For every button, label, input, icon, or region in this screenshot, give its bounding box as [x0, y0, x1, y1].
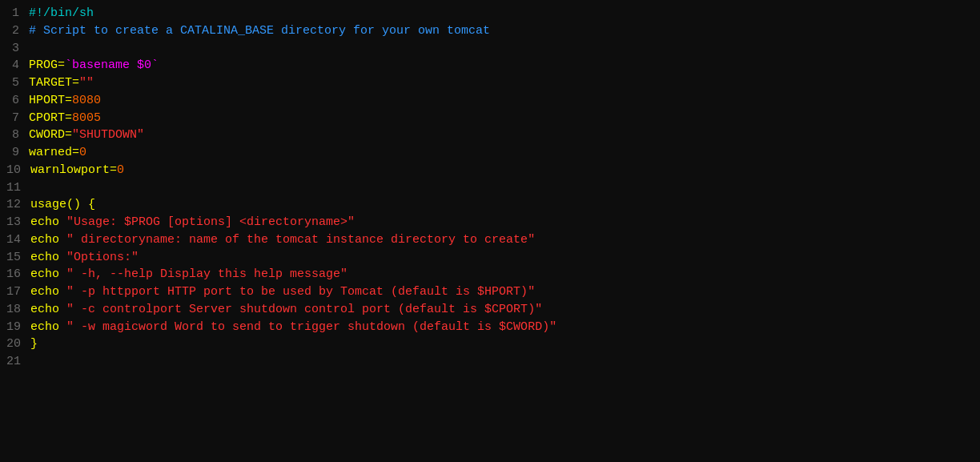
token: #!/bin/sh [29, 6, 94, 20]
token: " -c controlport Server shutdown control… [66, 303, 542, 316]
token: 0 [79, 146, 86, 159]
token: "" [79, 76, 94, 90]
token: PROG= [29, 58, 65, 72]
token: warned= [29, 146, 79, 159]
line-number: 7 [0, 110, 29, 127]
token: " -p httpport HTTP port to be used by To… [66, 285, 535, 299]
code-line: 8CWORD="SHUTDOWN" [0, 127, 980, 144]
code-line: 9warned=0 [0, 144, 980, 162]
code-line: 13 echo "Usage: $PROG [options] <directo… [0, 214, 980, 231]
line-number: 21 [0, 353, 30, 371]
token: TARGET= [29, 76, 79, 90]
code-line: 19 echo " -w magicword Word to send to t… [0, 319, 980, 336]
line-number: 16 [0, 266, 30, 283]
line-number: 8 [0, 127, 29, 144]
line-number: 2 [0, 22, 29, 40]
code-line: 2# Script to create a CATALINA_BASE dire… [0, 22, 980, 40]
code-line: 11 [0, 179, 980, 197]
line-number: 15 [0, 249, 30, 267]
line-content: HPORT=8080 [29, 92, 980, 110]
code-line: 4PROG=`basename $0` [0, 57, 980, 74]
token: warnlowport= [30, 163, 117, 177]
token: " -h, --help Display this help message" [66, 267, 347, 281]
line-number: 19 [0, 319, 30, 336]
token: usage [30, 198, 66, 211]
line-number: 13 [0, 214, 30, 231]
code-line: 10warnlowport=0 [0, 162, 980, 179]
line-number: 17 [0, 283, 30, 301]
token: " directoryname: name of the tomcat inst… [66, 233, 535, 247]
token: " -w magicword Word to send to trigger s… [66, 320, 556, 334]
line-content [30, 353, 980, 371]
line-number: 14 [0, 231, 30, 249]
line-number: 20 [0, 335, 30, 353]
token: CATALINA_BASE [180, 24, 274, 38]
token: "SHUTDOWN" [72, 128, 144, 142]
line-content: CWORD="SHUTDOWN" [29, 127, 980, 144]
code-line: 17 echo " -p httpport HTTP port to be us… [0, 283, 980, 301]
line-number: 12 [0, 196, 30, 214]
token: echo [30, 320, 66, 334]
line-content: echo " directoryname: name of the tomcat… [30, 231, 980, 249]
line-content: TARGET="" [29, 74, 980, 92]
token: echo [30, 251, 66, 264]
line-number: 5 [0, 74, 29, 92]
token: echo [30, 215, 66, 229]
line-content: echo " -h, --help Display this help mess… [30, 266, 980, 283]
line-content: echo " -w magicword Word to send to trig… [30, 319, 980, 336]
code-line: 1#!/bin/sh [0, 5, 980, 22]
token: } [30, 337, 38, 351]
code-line: 15 echo "Options:" [0, 249, 980, 267]
line-number: 1 [0, 5, 29, 22]
line-content: # Script to create a CATALINA_BASE direc… [29, 22, 980, 40]
code-editor: 1#!/bin/sh2# Script to create a CATALINA… [0, 0, 980, 376]
token: # Script to create a [29, 24, 180, 38]
code-line: 21 [0, 353, 980, 371]
code-line: 6HPORT=8080 [0, 92, 980, 110]
line-number: 3 [0, 40, 29, 58]
line-number: 4 [0, 57, 29, 74]
token: 8080 [72, 94, 101, 107]
line-content: echo " -p httpport HTTP port to be used … [30, 283, 980, 301]
line-content: warned=0 [29, 144, 980, 162]
line-number: 9 [0, 144, 29, 162]
line-number: 18 [0, 301, 30, 319]
line-content: echo "Usage: $PROG [options] <directoryn… [30, 214, 980, 231]
line-number: 6 [0, 92, 29, 110]
code-line: 14 echo " directoryname: name of the tom… [0, 231, 980, 249]
token: echo [30, 285, 66, 299]
token: CPORT= [29, 111, 72, 125]
token: echo [30, 233, 66, 247]
line-content [30, 179, 980, 197]
token: CWORD= [29, 128, 72, 142]
code-line: 7CPORT=8005 [0, 110, 980, 127]
line-content [29, 40, 980, 58]
line-content: warnlowport=0 [30, 162, 980, 179]
code-line: 3 [0, 40, 980, 58]
token: 8005 [72, 111, 101, 125]
code-line: 20} [0, 335, 980, 353]
code-line: 18 echo " -c controlport Server shutdown… [0, 301, 980, 319]
token: HPORT= [29, 94, 72, 107]
token: () { [66, 198, 95, 211]
line-content: echo "Options:" [30, 249, 980, 267]
line-content: #!/bin/sh [29, 5, 980, 22]
code-line: 16 echo " -h, --help Display this help m… [0, 266, 980, 283]
token: echo [30, 267, 66, 281]
line-content: usage() { [30, 196, 980, 214]
token: directory for your own tomcat [274, 24, 490, 38]
line-number: 10 [0, 162, 30, 179]
line-number: 11 [0, 179, 30, 197]
line-content: } [30, 335, 980, 353]
line-content: PROG=`basename $0` [29, 57, 980, 74]
code-line: 5TARGET="" [0, 74, 980, 92]
token: echo [30, 303, 66, 316]
token: "Usage: $PROG [options] <directoryname>" [66, 215, 355, 229]
token: "Options:" [66, 251, 139, 264]
line-content: echo " -c controlport Server shutdown co… [30, 301, 980, 319]
line-content: CPORT=8005 [29, 110, 980, 127]
token: 0 [117, 163, 124, 177]
token: `basename $0` [65, 58, 159, 72]
code-line: 12usage() { [0, 196, 980, 214]
